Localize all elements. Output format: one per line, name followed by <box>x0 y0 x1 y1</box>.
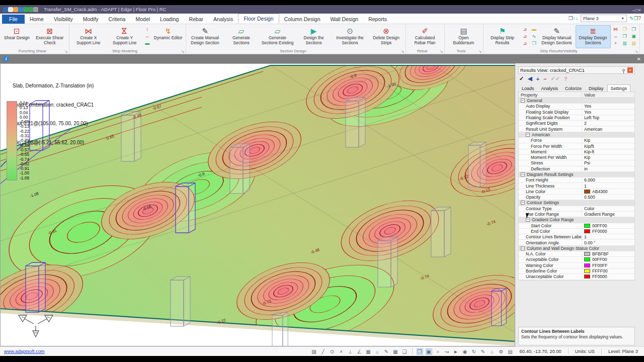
region-box-icon[interactable]: ▣ <box>630 33 638 40</box>
property-row-opacity[interactable]: Opacity0.500 <box>519 195 634 200</box>
property-row-acceptable-color[interactable]: Acceptable Color00FF00 <box>519 257 634 262</box>
menu-tab-analysis[interactable]: Analysis <box>208 15 238 24</box>
pin-icon[interactable] <box>622 69 625 71</box>
refresh-icon[interactable]: ↻ <box>471 349 477 354</box>
rotate-view-icon[interactable]: ◉ <box>462 349 468 354</box>
support-span-icon[interactable]: ↔ <box>612 33 620 40</box>
collapse-icon[interactable]: − <box>526 133 530 137</box>
help-icon[interactable]: ? <box>564 76 568 82</box>
menu-tab-wall-design[interactable]: Wall Design <box>325 15 363 24</box>
property-row-stress[interactable]: StressPsi <box>519 160 634 166</box>
app-logo-icon[interactable] <box>3 7 8 12</box>
view-cube-icon[interactable]: ❒ <box>569 16 573 21</box>
zoom-window-icon[interactable]: ○ <box>435 349 441 354</box>
panel-tab-colorize[interactable]: Colorize <box>561 84 585 92</box>
surface-view-icon[interactable]: ❒ <box>530 40 538 47</box>
folder-box-icon[interactable]: ❒ <box>630 26 638 33</box>
menu-tab-column-design[interactable]: Column Design <box>279 15 326 24</box>
ribbon-button-investigate-the-sections[interactable]: ⊙Investigate the Sections <box>333 25 368 48</box>
apply-all-icon[interactable]: ✓✓ <box>551 75 560 82</box>
ribbon-button-display-manual-design-sections[interactable]: ✎Display Manual Design Sections <box>539 25 575 48</box>
menu-tab-loading[interactable]: Loading <box>155 15 184 24</box>
report-view-icon[interactable]: ▤ <box>507 349 514 354</box>
sketch-icon[interactable]: ✎ <box>383 349 390 354</box>
menu-tab-home[interactable]: Home <box>25 15 49 24</box>
property-row-result-unit-system[interactable]: Result Unit SystemAmerican <box>519 126 634 132</box>
select-arrow-icon[interactable]: ► <box>453 349 459 354</box>
ribbon-button-display-strip-results[interactable]: ⚑Display Strip Results <box>485 25 520 48</box>
support-x-mini-icon[interactable]: ⋈ <box>612 26 620 33</box>
adaptsoft-link[interactable]: www.adaptsoft.com <box>4 349 45 354</box>
property-row-start-color[interactable]: Start Color00FF00 <box>519 223 634 229</box>
panel-tab-settings[interactable]: Settings <box>607 84 631 92</box>
property-group-column-and-wall-design-status-color[interactable]: −Column and Wall Design Status Color <box>519 246 634 251</box>
strip-box-icon[interactable]: ▥ <box>630 40 638 47</box>
grid-display-icon[interactable]: ▦ <box>365 349 372 354</box>
legend-bar-icon[interactable]: ▬ <box>530 26 538 33</box>
snap-intersection-icon[interactable]: × <box>338 349 345 354</box>
ribbon-button-design-the-sections[interactable]: ▶Design the Sections <box>296 25 332 48</box>
menu-tab-reports[interactable]: Reports <box>363 15 392 24</box>
property-row-warning-color[interactable]: Warning ColorFF00FF <box>519 263 634 268</box>
collapse-icon[interactable]: − <box>521 246 525 250</box>
collapse-icon[interactable]: − <box>521 99 525 103</box>
group-dialog-launcher-icon[interactable]: ↘ <box>401 49 405 54</box>
level-down-icon[interactable]: ↓ <box>576 16 578 21</box>
property-row-force-per-width[interactable]: Force Per WidthKip/ft <box>519 143 634 149</box>
property-row-floating-scale-display[interactable]: Floating Scale DisplayYes <box>519 110 634 115</box>
group-dialog-launcher-icon[interactable]: ↘ <box>181 49 185 54</box>
property-row-orientation-angle[interactable]: Orientation Angle0.00 ° <box>519 240 634 245</box>
home-view-icon[interactable]: ⌂ <box>374 349 381 354</box>
property-row-line-thickness[interactable]: Line Thickness1 <box>519 183 634 189</box>
snap-grid-icon[interactable]: ▨ <box>311 349 317 354</box>
property-group-contour-settings[interactable]: −Contour Settings <box>519 200 634 206</box>
pan-icon[interactable]: ↝ <box>444 349 450 354</box>
chart-moment-icon[interactable]: ⊿ <box>521 26 529 33</box>
menu-tab-model[interactable]: Model <box>130 15 155 24</box>
property-row-floating-scale-position[interactable]: Floating Scale PositionLeft Top <box>519 115 634 121</box>
collapse-icon[interactable]: − <box>521 172 525 176</box>
ribbon-button-generate-sections-existing[interactable]: ▱Generate Sections Existing <box>260 25 295 48</box>
menu-tab-visibility[interactable]: Visibility <box>49 15 78 24</box>
property-row-force[interactable]: ForceKip <box>519 138 634 143</box>
info-bar-close-icon[interactable]: ✕ <box>637 56 641 62</box>
undo-icon[interactable] <box>23 7 28 12</box>
property-row-unacceptable-color[interactable]: Unacceptable ColorFF0000 <box>519 274 634 280</box>
collapse-icon[interactable]: − <box>521 201 525 205</box>
print-icon[interactable] <box>33 7 38 12</box>
remove-icon[interactable]: − <box>543 76 546 82</box>
snap-angle-icon[interactable]: ∠ <box>356 349 363 354</box>
menu-tab-criteria[interactable]: Criteria <box>104 15 131 24</box>
property-row-significant-digits[interactable]: Significant Digits2 <box>519 121 634 126</box>
span-box-green-icon[interactable]: ❒ <box>621 33 629 40</box>
panel-title-bar[interactable]: Results View: cracked_CRAC1 ≡ <box>518 66 635 74</box>
ribbon-button-create-manual-design-section[interactable]: ✎Create Manual Design Section <box>188 25 223 48</box>
mesh-view-icon[interactable]: ▦ <box>392 349 399 354</box>
span-horizontal-icon[interactable]: ↔ <box>143 33 151 40</box>
panel-tab-analysis[interactable]: Analysis <box>538 84 562 92</box>
ribbon-button-execute-shear-check[interactable]: ⊠Execute Shear Check <box>32 25 67 48</box>
menu-tab-modify[interactable]: Modify <box>78 15 104 24</box>
panel-tab-display[interactable]: Display <box>585 84 607 92</box>
property-group-general[interactable]: −General <box>519 98 634 104</box>
add-icon[interactable]: + <box>536 76 539 82</box>
group-dialog-launcher-icon[interactable]: ↘ <box>64 49 68 54</box>
ribbon-button-generate-sections[interactable]: ▱Generate Sections <box>224 25 259 48</box>
property-row-contour-lines-between-labels[interactable]: Contour Lines Between Labels1 <box>519 234 634 240</box>
property-row-contour-type[interactable]: Contour TypeColor <box>519 206 634 212</box>
property-row-use-color-range[interactable]: Use Color RangeGradient Range <box>519 212 634 217</box>
property-row-auto-display[interactable]: Auto DisplayYes <box>519 104 634 109</box>
save-file-icon[interactable] <box>18 7 23 12</box>
property-row-line-color[interactable]: Line ColorAB4300 <box>519 189 634 195</box>
group-dialog-launcher-icon[interactable]: ↘ <box>440 49 443 54</box>
ribbon-button-create-y-support-line[interactable]: ⋈Create Y Support Line <box>107 25 142 48</box>
property-group-american[interactable]: −American <box>519 132 634 138</box>
menu-tab-floor-design[interactable]: Floor Design <box>238 14 279 24</box>
ribbon-button-shear-design[interactable]: ⊡Shear Design <box>3 25 31 48</box>
support-cross-icon[interactable]: + <box>612 40 620 47</box>
panel-tab-loads[interactable]: Loads <box>518 84 538 92</box>
property-row-moment-per-width[interactable]: Moment Per WidthKip <box>519 155 634 160</box>
chart-shear-icon[interactable]: ⊿ <box>521 33 529 40</box>
property-row-deflection[interactable]: Deflectionin <box>519 166 634 172</box>
span-vertical-icon[interactable]: ↕ <box>143 26 151 33</box>
